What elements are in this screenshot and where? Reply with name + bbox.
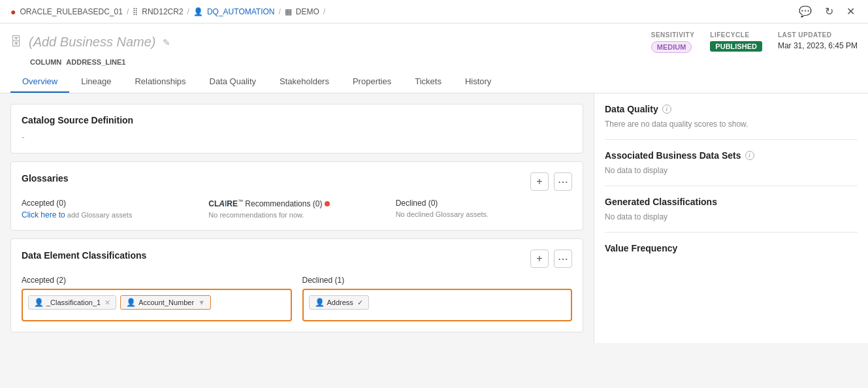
dec-declined-section: Declined (1) 👤 Address ✓ <box>302 276 573 321</box>
close-button[interactable]: ✕ <box>844 4 858 19</box>
column-label: COLUMN ADDRESS_LINE1 <box>30 58 858 66</box>
last-updated-value: Mar 31, 2023, 6:45 PM <box>778 41 858 50</box>
sensitivity-badge: MEDIUM <box>651 41 692 53</box>
title-area: 🗄 (Add Business Name) ✎ <box>10 35 170 50</box>
glossaries-add-button[interactable]: + <box>530 172 549 191</box>
tag-address-icon: 👤 <box>315 298 325 307</box>
glossaries-actions: + ⋯ <box>530 172 572 191</box>
tag-address[interactable]: 👤 Address ✓ <box>309 295 369 310</box>
generated-classifications-section: Generated Classifications No data to dis… <box>605 197 858 233</box>
column-prefix: COLUMN <box>30 58 61 66</box>
lifecycle-badge: PUBLISHED <box>710 41 762 52</box>
left-panel: Catalog Source Definition - Glossaries +… <box>0 93 594 343</box>
column-name-value: ADDRESS_LINE1 <box>66 58 125 66</box>
breadcrumb-sep-4: / <box>323 7 325 16</box>
breadcrumb-sep-2: / <box>187 7 189 16</box>
dec-actions: + ⋯ <box>530 250 572 268</box>
meta-area: SENSITIVITY MEDIUM LIFECYCLE PUBLISHED L… <box>651 31 858 53</box>
tabs-nav: Overview Lineage Relationships Data Qual… <box>10 71 858 93</box>
asset-type-icon: 🗄 <box>10 35 22 49</box>
last-updated-label: LAST UPDATED <box>778 31 831 39</box>
main-layout: Catalog Source Definition - Glossaries +… <box>0 93 868 343</box>
breadcrumb-rnd-icon: ⣿ <box>133 7 138 16</box>
data-quality-empty: There are no data quality scores to show… <box>605 120 858 129</box>
glossaries-more-button[interactable]: ⋯ <box>554 172 572 191</box>
tab-stakeholders[interactable]: Stakeholders <box>268 71 341 93</box>
tag-classification-1[interactable]: 👤 _Classification_1 ✕ <box>28 295 116 310</box>
sensitivity-label: SENSITIVITY <box>651 31 695 39</box>
dec-grid: Accepted (2) 👤 _Classification_1 ✕ 👤 Acc… <box>22 276 572 321</box>
claire-text: CLAIRE™ Recommendations (0) <box>208 199 322 208</box>
glossary-declined-empty: No declined Glossary assets. <box>396 210 572 218</box>
associated-business-empty: No data to display <box>605 166 858 175</box>
data-quality-title: Data Quality i <box>605 104 858 114</box>
value-frequency-section: Value Frequency <box>605 243 858 269</box>
claire-empty-msg: No recommendations for now. <box>208 211 385 219</box>
tab-history[interactable]: History <box>453 71 503 93</box>
glossary-claire-label: CLAIRE™ Recommendations (0) <box>208 199 385 208</box>
claire-indicator <box>325 201 330 206</box>
lifecycle-meta: LIFECYCLE PUBLISHED <box>710 31 762 52</box>
breadcrumb-dq-icon: 👤 <box>193 7 203 16</box>
data-quality-info-icon[interactable]: i <box>662 105 671 114</box>
chat-button[interactable]: 💬 <box>796 4 814 19</box>
tag-account-number-label: Account_Number <box>138 299 194 306</box>
tab-data-quality[interactable]: Data Quality <box>198 71 268 93</box>
glossaries-card: Glossaries + ⋯ Accepted (0) Click here t… <box>10 161 583 231</box>
breadcrumb-table-icon: ▦ <box>285 7 292 16</box>
page-title: (Add Business Name) <box>29 35 156 50</box>
tag-classification-1-label: _Classification_1 <box>46 299 101 306</box>
dec-accepted-tags: 👤 _Classification_1 ✕ 👤 Account_Number ▼ <box>28 295 285 310</box>
glossary-accepted-link: Click here to add Glossary assets <box>22 210 198 219</box>
dec-header: Data Element Classifications + ⋯ <box>22 250 572 268</box>
tab-overview[interactable]: Overview <box>10 71 69 93</box>
dec-declined-tags: 👤 Address ✓ <box>309 295 566 310</box>
catalog-source-card: Catalog Source Definition - <box>10 104 583 154</box>
breadcrumb-sep-3: / <box>279 7 281 16</box>
glossary-declined: Declined (0) No declined Glossary assets… <box>396 199 572 219</box>
dec-declined-label: Declined (1) <box>302 276 573 285</box>
breadcrumb-bar: ● ORACLE_RULEBASEDC_01 / ⣿ RND12CR2 / 👤 … <box>0 0 868 24</box>
tag-account-number[interactable]: 👤 Account_Number ▼ <box>120 295 211 310</box>
dec-add-button[interactable]: + <box>530 250 549 268</box>
header-top: 🗄 (Add Business Name) ✎ SENSITIVITY MEDI… <box>10 31 858 53</box>
glossary-grid: Accepted (0) Click here to add Glossary … <box>22 199 572 219</box>
generated-classifications-empty: No data to display <box>605 212 858 221</box>
data-element-classifications-card: Data Element Classifications + ⋯ Accepte… <box>10 238 583 332</box>
breadcrumb-rnd[interactable]: RND12CR2 <box>142 7 183 16</box>
breadcrumb-sep-1: / <box>127 7 129 16</box>
tag-address-check: ✓ <box>357 299 363 307</box>
oracle-icon: ● <box>10 7 16 17</box>
tag-icon: 👤 <box>34 298 44 307</box>
tab-tickets[interactable]: Tickets <box>403 71 453 93</box>
tag-icon-2: 👤 <box>126 298 136 307</box>
glossary-declined-label: Declined (0) <box>396 199 572 208</box>
breadcrumb-oracle[interactable]: ORACLE_RULEBASEDC_01 <box>20 7 122 16</box>
breadcrumb-dq[interactable]: DQ_AUTOMATION <box>207 7 275 16</box>
tag-account-cursor: ▼ <box>198 299 205 306</box>
glossary-accepted: Accepted (0) Click here to add Glossary … <box>22 199 198 219</box>
tab-relationships[interactable]: Relationships <box>123 71 197 93</box>
associated-business-title: Associated Business Data Sets i <box>605 150 858 161</box>
edit-title-icon[interactable]: ✎ <box>163 37 170 48</box>
dec-accepted-section: Accepted (2) 👤 _Classification_1 ✕ 👤 Acc… <box>22 276 292 321</box>
associated-business-section: Associated Business Data Sets i No data … <box>605 150 858 186</box>
dec-more-button[interactable]: ⋯ <box>554 250 572 268</box>
glossary-accepted-label: Accepted (0) <box>22 199 198 208</box>
data-quality-section: Data Quality i There are no data quality… <box>605 104 858 140</box>
glossary-accepted-link-rest: add Glossary assets <box>67 211 133 219</box>
refresh-button[interactable]: ↻ <box>822 4 836 19</box>
dec-accepted-box: 👤 _Classification_1 ✕ 👤 Account_Number ▼ <box>22 289 292 321</box>
tab-lineage[interactable]: Lineage <box>69 71 123 93</box>
glossaries-header: Glossaries + ⋯ <box>22 172 572 191</box>
tag-classification-1-close[interactable]: ✕ <box>104 299 110 307</box>
glossary-claire: CLAIRE™ Recommendations (0) No recommend… <box>208 199 385 219</box>
glossary-accepted-link-text[interactable]: Click here to <box>22 210 65 219</box>
associated-business-info-icon[interactable]: i <box>745 151 754 160</box>
breadcrumb-demo[interactable]: DEMO <box>296 7 319 16</box>
catalog-source-value: - <box>22 132 572 142</box>
sensitivity-meta: SENSITIVITY MEDIUM <box>651 31 695 53</box>
tab-properties[interactable]: Properties <box>341 71 403 93</box>
value-frequency-title: Value Frequency <box>605 243 858 253</box>
right-panel: Data Quality i There are no data quality… <box>594 93 868 343</box>
